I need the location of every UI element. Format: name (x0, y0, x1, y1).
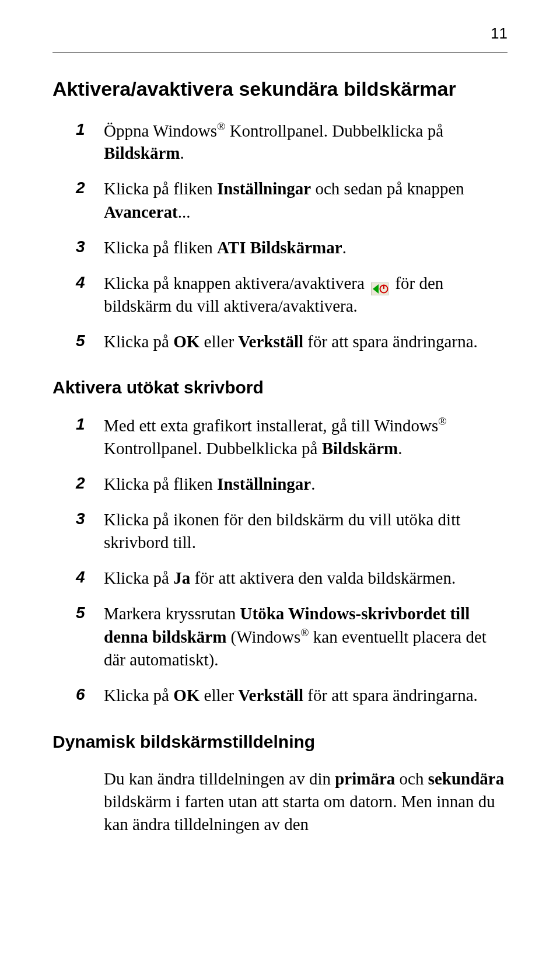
bold-run: Verkställ (238, 686, 303, 705)
step-number: 3 (76, 508, 104, 529)
section2-step-6: 6 Klicka på OK eller Verkställ för att s… (76, 684, 508, 707)
text-run: . (342, 238, 346, 257)
text-run: för att aktivera den valda bildskärmen. (190, 569, 456, 587)
text-run: Klicka på ikonen för den bildskärm du vi… (104, 510, 460, 552)
bold-run: ATI Bildskärmar (217, 238, 342, 257)
section2-step-5: 5 Markera kryssrutan Utöka Windows-skriv… (76, 602, 508, 671)
text-run: Öppna Windows (104, 121, 217, 140)
section2-step-4: 4 Klicka på Ja för att aktivera den vald… (76, 567, 508, 590)
text-run: ... (178, 203, 191, 221)
bold-run: OK (173, 332, 200, 351)
page-number: 11 (491, 25, 508, 43)
step-number: 5 (76, 602, 104, 623)
bold-run: Verkställ (238, 332, 303, 351)
text-run: för att spara ändringarna. (303, 686, 478, 705)
text-run: och sedan på knappen (311, 179, 464, 198)
section2-title: Aktivera utökat skrivbord (52, 376, 508, 399)
step-number: 2 (76, 177, 104, 198)
text-run: Klicka på (104, 569, 173, 587)
text-run: . (398, 439, 402, 458)
text-run: Kontrollpanel. Dubbelklicka på (225, 121, 443, 140)
step-text: Markera kryssrutan Utöka Windows-skrivbo… (104, 602, 508, 671)
section1-steps: 1 Öppna Windows® Kontrollpanel. Dubbelkl… (76, 119, 508, 354)
text-run: Klicka på fliken (104, 238, 217, 257)
text-run: . (311, 475, 315, 493)
section2-step-3: 3 Klicka på ikonen för den bildskärm du … (76, 508, 508, 554)
section2-steps: 1 Med ett exta grafikort installerat, gå… (76, 414, 508, 707)
document-page: 11 Aktivera/avaktivera sekundära bildskä… (0, 0, 560, 966)
text-run: Klicka på fliken (104, 475, 217, 493)
text-run: Klicka på fliken (104, 179, 217, 198)
bold-run: Ja (173, 569, 190, 587)
step-text: Klicka på OK eller Verkställ för att spa… (104, 684, 508, 707)
registered-mark: ® (300, 626, 309, 639)
bold-run: primära (335, 769, 395, 788)
bold-run: OK (173, 686, 200, 705)
header-rule (52, 53, 508, 53)
text-run: eller (200, 686, 238, 705)
bold-run: Inställningar (217, 179, 311, 198)
section1-step-1: 1 Öppna Windows® Kontrollpanel. Dubbelkl… (76, 119, 508, 165)
step-text: Klicka på ikonen för den bildskärm du vi… (104, 508, 508, 554)
text-run: Klicka på (104, 686, 173, 705)
section2-step-1: 1 Med ett exta grafikort installerat, gå… (76, 414, 508, 460)
step-number: 1 (76, 414, 104, 435)
section1-step-4: 4 Klicka på knappen aktivera/avaktivera … (76, 272, 508, 318)
section3-title: Dynamisk bildskärmstilldelning (52, 731, 508, 753)
step-text: Öppna Windows® Kontrollpanel. Dubbelklic… (104, 119, 508, 165)
section1-title: Aktivera/avaktivera sekundära bildskärma… (52, 76, 508, 102)
section1-step-2: 2 Klicka på fliken Inställningar och sed… (76, 177, 508, 223)
power-toggle-icon (371, 278, 388, 291)
bold-run: sekundära (428, 769, 505, 788)
step-text: Klicka på Ja för att aktivera den valda … (104, 567, 508, 590)
step-number: 5 (76, 330, 104, 351)
registered-mark: ® (438, 415, 446, 427)
text-run: och (395, 769, 428, 788)
text-run: eller (200, 332, 238, 351)
step-text: Klicka på fliken Inställningar och sedan… (104, 177, 508, 223)
step-number: 4 (76, 272, 104, 293)
text-run: (Windows (226, 627, 300, 646)
section2-step-2: 2 Klicka på fliken Inställningar. (76, 473, 508, 496)
step-text: Med ett exta grafikort installerat, gå t… (104, 414, 508, 460)
text-run: för att spara ändringarna. (303, 332, 478, 351)
text-run: Klicka på knappen aktivera/avaktivera (104, 274, 369, 292)
step-text: Klicka på knappen aktivera/avaktivera fö… (104, 272, 508, 318)
text-run: Med ett exta grafikort installerat, gå t… (104, 416, 438, 434)
text-run: . (180, 144, 184, 162)
step-text: Klicka på fliken Inställningar. (104, 473, 508, 496)
step-text: Klicka på OK eller Verkställ för att spa… (104, 330, 508, 353)
step-text: Klicka på fliken ATI Bildskärmar. (104, 236, 508, 259)
text-run: Du kan ändra tilldelningen av din (104, 769, 335, 788)
step-number: 1 (76, 119, 104, 140)
text-run: bildskärm i farten utan att starta om da… (104, 792, 495, 834)
registered-mark: ® (217, 120, 225, 132)
text-run: Klicka på (104, 332, 173, 351)
text-run: Markera kryssrutan (104, 604, 240, 623)
step-number: 2 (76, 473, 104, 494)
bold-run: Bildskärm (322, 439, 398, 458)
bold-run: Avancerat (104, 203, 178, 221)
section1-step-5: 5 Klicka på OK eller Verkställ för att s… (76, 330, 508, 353)
step-number: 4 (76, 567, 104, 588)
step-number: 3 (76, 236, 104, 257)
text-run: Kontrollpanel. Dubbelklicka på (104, 439, 322, 458)
step-number: 6 (76, 684, 104, 705)
bold-run: Inställningar (217, 475, 311, 493)
section1-step-3: 3 Klicka på fliken ATI Bildskärmar. (76, 236, 508, 259)
bold-run: Bildskärm (104, 144, 180, 162)
section3-paragraph: Du kan ändra tilldelningen av din primär… (104, 768, 508, 836)
